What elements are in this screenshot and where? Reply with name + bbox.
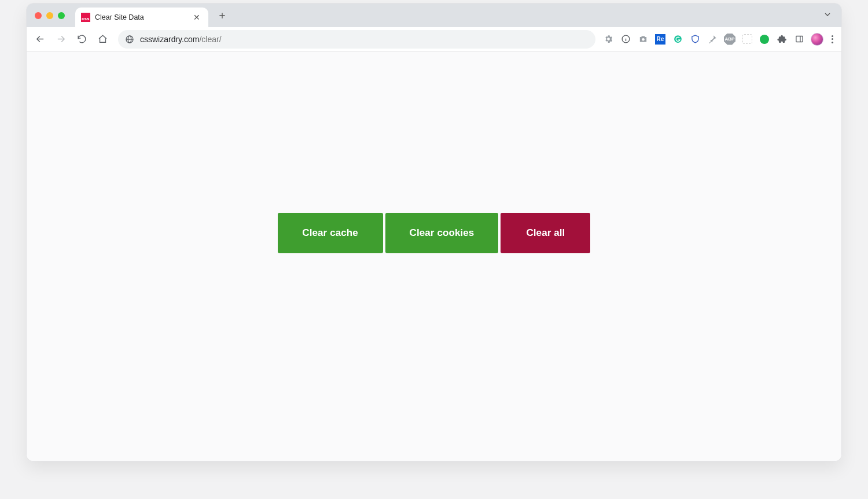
side-panel-icon[interactable] — [793, 34, 805, 45]
nav-home-button[interactable] — [94, 31, 111, 48]
svg-point-10 — [642, 38, 645, 41]
address-bar[interactable]: csswizardry.com/clear/ — [118, 30, 595, 49]
chrome-menu-icon[interactable] — [829, 33, 836, 46]
extension-camera-icon[interactable] — [637, 34, 649, 45]
extension-grammarly-icon[interactable] — [672, 34, 683, 45]
window-maximize-icon[interactable] — [58, 12, 65, 19]
profile-avatar-icon[interactable] — [811, 33, 823, 46]
tab-strip: css Clear Site Data ✕ — [27, 3, 841, 27]
favicon-icon: css — [81, 13, 90, 22]
nav-forward-button[interactable] — [52, 31, 69, 48]
extension-re-icon[interactable]: Re — [654, 34, 666, 45]
extension-info-icon[interactable] — [620, 34, 631, 45]
tab-active[interactable]: css Clear Site Data ✕ — [75, 8, 208, 27]
tab-list-chevron-icon[interactable] — [818, 8, 837, 24]
url-text: csswizardry.com/clear/ — [140, 35, 222, 44]
nav-reload-button[interactable] — [73, 31, 90, 48]
window-controls — [35, 12, 65, 19]
site-info-icon[interactable] — [125, 35, 134, 44]
clear-cookies-button[interactable]: Clear cookies — [385, 213, 499, 253]
window-close-icon[interactable] — [35, 12, 42, 19]
page-viewport: Clear cache Clear cookies Clear all — [27, 51, 841, 461]
extension-shield-icon[interactable] — [689, 34, 701, 45]
extensions-puzzle-icon[interactable] — [776, 34, 788, 45]
svg-rect-12 — [796, 36, 802, 42]
nav-back-button[interactable] — [31, 31, 49, 48]
button-row: Clear cache Clear cookies Clear all — [278, 213, 591, 253]
extension-green-dot-icon[interactable] — [759, 34, 770, 45]
extension-abp-icon[interactable]: ABP — [724, 34, 735, 45]
url-path: /clear/ — [199, 35, 221, 44]
tab-close-icon[interactable]: ✕ — [191, 12, 203, 23]
extension-gear-icon[interactable] — [602, 34, 614, 45]
window-minimize-icon[interactable] — [46, 12, 53, 19]
extensions-row: Re ABP — [602, 33, 837, 46]
clear-cache-button[interactable]: Clear cache — [278, 213, 383, 253]
tab-title: Clear Site Data — [95, 13, 186, 21]
extension-pin-icon[interactable] — [707, 34, 718, 45]
url-host: csswizardry.com — [140, 35, 199, 44]
browser-window: css Clear Site Data ✕ csswizardry.com/cl… — [26, 3, 842, 461]
clear-all-button[interactable]: Clear all — [501, 213, 590, 253]
new-tab-button[interactable] — [214, 8, 230, 24]
extension-blank-icon[interactable] — [741, 34, 753, 45]
toolbar: csswizardry.com/clear/ Re — [27, 27, 841, 51]
